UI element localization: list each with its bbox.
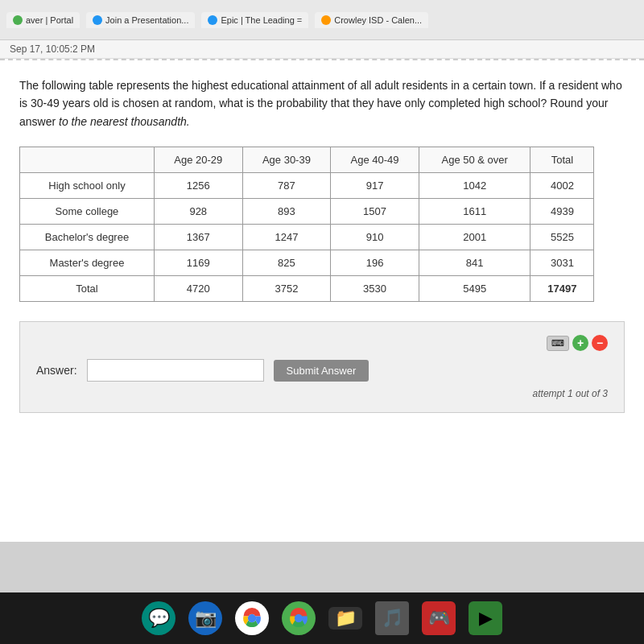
address-text: Sep 17, 10:05:2 PM xyxy=(10,43,95,55)
table-header-age40: Age 40-49 xyxy=(331,147,419,173)
portal-tab-icon xyxy=(13,15,23,25)
table-cell: Master's degree xyxy=(20,250,155,276)
table-cell: 4939 xyxy=(530,199,594,225)
table-cell: 825 xyxy=(242,250,331,276)
table-cell: 3530 xyxy=(331,276,419,302)
answer-input[interactable] xyxy=(87,359,264,382)
epic-tab-icon xyxy=(208,15,217,25)
table-cell: 1247 xyxy=(242,225,331,250)
files-icon[interactable]: 📁 xyxy=(328,607,362,630)
taskbar: 💬 📷 📁 🎵 🎮 ▶ xyxy=(0,592,644,644)
address-bar: Sep 17, 10:05:2 PM xyxy=(0,40,644,59)
table-cell: 1256 xyxy=(154,173,242,199)
answer-section: ⌨ + − Answer: Submit Answer attempt 1 ou… xyxy=(19,321,625,413)
table-cell: 1169 xyxy=(154,250,242,276)
camera-icon[interactable]: 📷 xyxy=(188,601,222,635)
table-cell: 5495 xyxy=(419,276,530,302)
table-header-age30: Age 30-39 xyxy=(242,147,331,173)
submit-answer-button[interactable]: Submit Answer xyxy=(274,360,369,382)
question-text-italic: to the nearest thousandth. xyxy=(59,115,190,128)
tab-calendar-label: Crowley ISD - Calen... xyxy=(334,15,422,25)
table-cell: 196 xyxy=(331,250,419,276)
messages-icon[interactable]: 💬 xyxy=(142,601,175,635)
table-cell: 1042 xyxy=(419,173,530,199)
table-cell: 3031 xyxy=(530,250,594,276)
table-cell: 4720 xyxy=(154,276,242,302)
answer-toolbar: ⌨ + − xyxy=(36,335,608,351)
play-store-icon[interactable]: ▶ xyxy=(469,601,502,635)
table-cell: 893 xyxy=(242,199,331,225)
chrome-icon[interactable] xyxy=(235,601,269,635)
tab-join-label: Join a Presentation... xyxy=(105,15,188,25)
zoom-out-button[interactable]: − xyxy=(592,335,608,351)
music-icon[interactable]: 🎵 xyxy=(375,601,409,635)
table-cell: 1367 xyxy=(154,225,242,250)
data-table: Age 20-29 Age 30-39 Age 40-49 Age 50 & o… xyxy=(19,147,594,302)
calendar-tab-icon xyxy=(321,15,331,25)
chrome-alt-icon[interactable] xyxy=(282,601,316,635)
table-cell: 1507 xyxy=(331,199,419,225)
table-cell: Bachelor's degree xyxy=(20,225,155,250)
table-cell: 17497 xyxy=(530,276,594,302)
svg-point-0 xyxy=(248,614,257,623)
table-cell: 917 xyxy=(331,173,419,199)
table-cell: Some college xyxy=(20,199,155,225)
tab-portal-label: aver | Portal xyxy=(26,15,73,25)
tab-calendar[interactable]: Crowley ISD - Calen... xyxy=(315,12,428,28)
answer-label: Answer: xyxy=(36,364,77,377)
table-cell: 787 xyxy=(242,173,331,199)
main-content: The following table represents the highe… xyxy=(0,59,644,542)
answer-row: Answer: Submit Answer xyxy=(36,359,608,382)
question-text: The following table represents the highe… xyxy=(19,76,625,130)
svg-point-1 xyxy=(295,614,303,623)
table-cell: 3752 xyxy=(242,276,331,302)
table-cell: Total xyxy=(20,276,155,302)
tab-epic[interactable]: Epic | The Leading = xyxy=(201,12,308,28)
zoom-in-button[interactable]: + xyxy=(572,335,588,351)
table-cell: High school only xyxy=(20,173,155,199)
attempt-text: attempt 1 out of 3 xyxy=(36,388,608,399)
table-header-age50: Age 50 & over xyxy=(419,147,530,173)
table-cell: 928 xyxy=(154,199,242,225)
table-cell: 841 xyxy=(419,250,530,276)
table-header-empty xyxy=(20,147,155,173)
table-cell: 1611 xyxy=(419,199,530,225)
table-cell: 2001 xyxy=(419,225,530,250)
keyboard-icon[interactable]: ⌨ xyxy=(547,336,569,351)
browser-tab-bar: aver | Portal Join a Presentation... Epi… xyxy=(0,0,644,40)
table-row: Bachelor's degree1367124791020015525 xyxy=(20,225,594,250)
table-header-total: Total xyxy=(530,147,594,173)
tab-epic-label: Epic | The Leading = xyxy=(221,15,302,25)
tab-portal[interactable]: aver | Portal xyxy=(6,12,80,28)
table-row: Total472037523530549517497 xyxy=(20,276,594,302)
table-row: High school only125678791710424002 xyxy=(20,173,594,199)
table-cell: 910 xyxy=(331,225,419,250)
table-header-age20: Age 20-29 xyxy=(154,147,242,173)
table-cell: 4002 xyxy=(530,173,594,199)
table-row: Master's degree11698251968413031 xyxy=(20,250,594,276)
tab-join[interactable]: Join a Presentation... xyxy=(86,12,195,28)
table-cell: 5525 xyxy=(530,225,594,250)
table-row: Some college928893150716114939 xyxy=(20,199,594,225)
game-icon[interactable]: 🎮 xyxy=(422,601,456,635)
join-tab-icon xyxy=(93,15,102,25)
